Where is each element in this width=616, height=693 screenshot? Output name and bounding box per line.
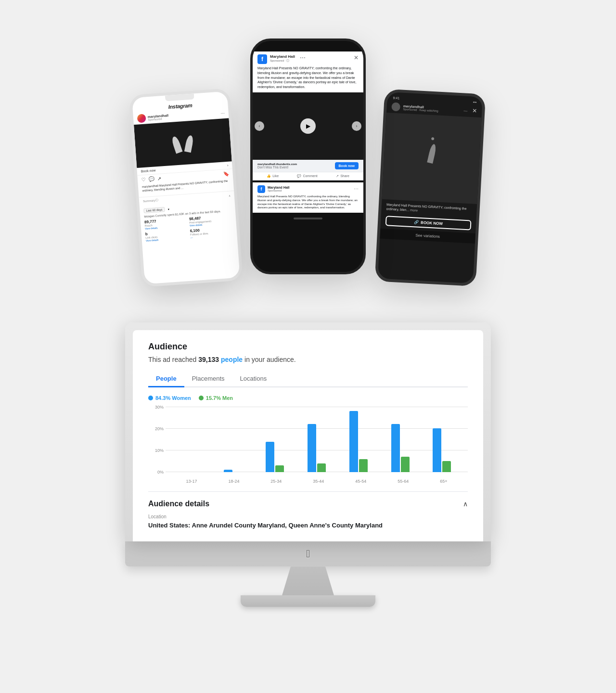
reach-count: 39,133 bbox=[198, 356, 219, 363]
bar-pair-25-34 bbox=[266, 442, 284, 472]
ig-stat-reach: 89,777 Reach View details bbox=[144, 217, 188, 230]
imac-stand-neck bbox=[279, 566, 337, 595]
fb-share-label: Share bbox=[340, 174, 349, 178]
reach-prefix: This ad reached bbox=[148, 356, 196, 363]
bar-pair-55-64 bbox=[391, 424, 410, 472]
imac-chin:  bbox=[125, 541, 491, 566]
story-caption-text: Maryland Hall Presents NO GRAVITY; confr… bbox=[386, 203, 466, 212]
grid-label-30: 30% bbox=[149, 405, 164, 410]
chevron-up-icon[interactable]: ∧ bbox=[463, 500, 468, 508]
bar-women-55-64 bbox=[391, 424, 400, 472]
location-section: Location United States: Anne Arundel Cou… bbox=[148, 514, 468, 530]
grid-label-0: 0% bbox=[149, 470, 164, 475]
bar-men-55-64 bbox=[401, 457, 410, 472]
bar-group-65+ bbox=[433, 428, 451, 472]
play-button[interactable]: ▶ bbox=[300, 118, 316, 134]
x-label-65+: 65+ bbox=[440, 479, 447, 484]
fb-comment-button[interactable]: 💬 Comment bbox=[297, 174, 317, 178]
fb-cta-subtext: Don't Miss This Event! bbox=[257, 166, 297, 169]
imac-section: Audience This ad reached 39,133 people i… bbox=[0, 303, 616, 636]
bar-women-45-54 bbox=[349, 411, 358, 472]
bookmark-icon[interactable]: 🔖 bbox=[223, 171, 229, 177]
fb-second-post: f Maryland Hall Sponsored ⋯ Maryland Hal… bbox=[253, 182, 363, 213]
see-variations-button[interactable]: See variations bbox=[380, 229, 475, 244]
fb-ad-header: f Maryland Hall Sponsored · ⓘ ⋯ ✕ bbox=[253, 51, 363, 66]
summary-title: Summary bbox=[143, 199, 155, 203]
ig-post-image bbox=[134, 118, 232, 168]
bar-chart: 30% 20% 10% 0% bbox=[148, 407, 468, 484]
x-label-45-54: 45-54 bbox=[355, 479, 366, 484]
bar-pair-35-44 bbox=[308, 424, 326, 472]
fb-cta-bar: marylandhall.thundertix.com Don't Miss T… bbox=[253, 160, 363, 172]
fb-ad-body: Maryland Hall Presents NO GRAVITY; confr… bbox=[253, 66, 363, 92]
x-label-25-34: 25-34 bbox=[270, 479, 282, 484]
bar-group-45-54 bbox=[349, 411, 368, 472]
audience-tabs: People Placements Locations bbox=[148, 371, 468, 387]
x-label-13-17: 13-17 bbox=[186, 479, 197, 484]
tab-people[interactable]: People bbox=[148, 371, 184, 387]
apple-logo-icon:  bbox=[306, 548, 310, 560]
x-axis-labels: 13-1718-2425-3435-4445-5455-6465+ bbox=[166, 479, 468, 484]
story-close-icon[interactable]: ✕ bbox=[472, 107, 477, 115]
fb-actions-row: 👍 Like 💬 Comment ↗ Share bbox=[253, 172, 363, 180]
share-icon[interactable]: ↗ bbox=[157, 176, 162, 182]
legend-women: 84.3% Women bbox=[148, 395, 191, 401]
ig-dots[interactable]: ··· bbox=[220, 110, 225, 116]
fb-ad-video[interactable]: ‹ ▶ › bbox=[253, 92, 363, 160]
fb-second-post-header: f Maryland Hall Sponsored ⋯ bbox=[257, 185, 359, 193]
fb-second-sponsored: Sponsored bbox=[268, 189, 290, 192]
tab-placements[interactable]: Placements bbox=[184, 371, 232, 387]
imac-screen: Audience This ad reached 39,133 people i… bbox=[133, 330, 483, 541]
tab-locations[interactable]: Locations bbox=[232, 371, 275, 387]
fb-share-button[interactable]: ↗ Share bbox=[336, 174, 349, 178]
fb-like-button[interactable]: 👍 Like bbox=[267, 174, 279, 178]
right-status-icons: ▪▪▪ bbox=[473, 100, 477, 103]
men-color-dot bbox=[199, 396, 204, 400]
notch-bar-left bbox=[165, 93, 194, 101]
audience-details-header: Audience details ∧ bbox=[148, 500, 468, 508]
carousel-right-arrow[interactable]: › bbox=[352, 121, 361, 131]
like-icon[interactable]: ♡ bbox=[141, 177, 146, 183]
bar-pair-65+ bbox=[433, 428, 451, 472]
story-more-link[interactable]: more bbox=[410, 208, 418, 212]
location-label: Location bbox=[148, 514, 468, 519]
grid-label-20: 20% bbox=[149, 426, 164, 431]
facebook-logo-icon: f bbox=[257, 54, 267, 64]
chevron-up-icon: ∧ bbox=[228, 193, 230, 197]
carousel-left-arrow[interactable]: ‹ bbox=[255, 121, 264, 131]
fb-second-page-name: Maryland Hall bbox=[268, 186, 290, 189]
fb-sponsored: Sponsored · ⓘ bbox=[270, 59, 295, 63]
ig-stat-link-clicks: b Link clicks View details bbox=[145, 229, 189, 242]
x-label-35-44: 35-44 bbox=[313, 479, 324, 484]
story-book-now-button[interactable]: 🔗 BOOK NOW bbox=[385, 216, 472, 230]
chevron-right-icon: › bbox=[227, 164, 229, 167]
bar-pair-45-54 bbox=[349, 411, 368, 472]
thumbs-up-icon: 👍 bbox=[267, 174, 271, 178]
audience-panel: Audience This ad reached 39,133 people i… bbox=[133, 330, 483, 541]
story-avatar bbox=[391, 103, 400, 112]
fb-book-now-button[interactable]: Book now bbox=[335, 162, 359, 169]
audience-reach: This ad reached 39,133 people in your au… bbox=[148, 356, 468, 363]
bar-women-35-44 bbox=[308, 424, 316, 472]
reach-people: people bbox=[221, 356, 243, 363]
ig-stat-engagements: 98,487 Post engagements View details bbox=[189, 214, 232, 227]
phone-right: 9:41 ▪▪▪ marylandhall Sponsored · Keep w… bbox=[375, 89, 486, 286]
bar-group-35-44 bbox=[308, 424, 326, 472]
fb-page-name: Maryland Hall bbox=[270, 54, 295, 59]
x-label-55-64: 55-64 bbox=[398, 479, 409, 484]
comment-bubble-icon: 💬 bbox=[297, 174, 301, 178]
bars-area bbox=[166, 407, 468, 472]
comment-icon[interactable]: 💬 bbox=[149, 176, 155, 182]
fb-options-icon[interactable]: ⋯ bbox=[300, 54, 306, 61]
imac-stand-base bbox=[241, 595, 375, 607]
audience-details-title: Audience details bbox=[148, 500, 209, 508]
women-color-dot bbox=[148, 396, 153, 400]
fb-second-options-icon[interactable]: ⋯ bbox=[354, 186, 359, 192]
bar-men-45-54 bbox=[359, 459, 368, 472]
story-options-icon[interactable]: ··· bbox=[463, 108, 468, 113]
phone-center: f Maryland Hall Sponsored · ⓘ ⋯ ✕ Maryla… bbox=[250, 38, 366, 274]
grid-label-10: 10% bbox=[149, 448, 164, 453]
ig-date-filter[interactable]: Last 60 days bbox=[143, 207, 165, 213]
legend-men: 15.7% Men bbox=[199, 395, 233, 401]
fb-close-icon[interactable]: ✕ bbox=[354, 54, 359, 61]
